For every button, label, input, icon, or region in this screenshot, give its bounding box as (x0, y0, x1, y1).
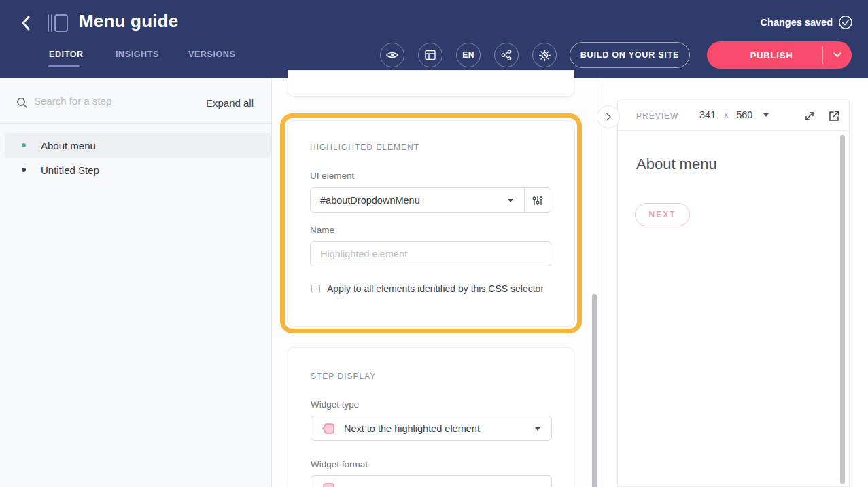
changes-saved-status: Changes saved (761, 17, 833, 28)
step-label: Untitled Step (41, 164, 99, 176)
preview-step-title: About menu (636, 156, 717, 173)
step-item-about-menu[interactable]: About menu (5, 133, 271, 158)
ui-element-label: UI element (310, 170, 354, 181)
preview-panel: PREVIEW 341 x 560 (617, 101, 850, 487)
back-button[interactable] (16, 13, 35, 33)
expand-all-link[interactable]: Expand all (206, 97, 254, 109)
preview-eye-button[interactable] (380, 43, 404, 67)
step-search-row: Expand all (0, 78, 271, 124)
step-display-card: STEP DISPLAY Widget type Next to the hig… (288, 347, 574, 487)
highlighted-element-selection-outline: HIGHLIGHTED ELEMENT UI element #aboutDro… (280, 113, 582, 333)
publish-label: PUBLISH (707, 50, 822, 60)
chevron-down-icon (535, 427, 540, 431)
language-button[interactable]: EN (456, 43, 481, 67)
saved-check-icon (838, 15, 853, 30)
flow-logo-icon (48, 12, 75, 35)
section-title: HIGHLIGHTED ELEMENT (310, 143, 419, 152)
tab-insights[interactable]: INSIGHTS (116, 50, 159, 59)
viewport-size-dropdown[interactable]: 341 x 560 (699, 109, 769, 120)
search-icon (16, 97, 28, 109)
viewport-height: 560 (736, 109, 752, 120)
apply-all-checkbox-label: Apply to all elements identified by this… (327, 283, 544, 294)
element-selector-settings-button[interactable] (524, 188, 551, 212)
publish-button[interactable]: PUBLISH (707, 41, 852, 69)
name-label: Name (310, 225, 334, 235)
widget-format-select[interactable] (311, 476, 551, 487)
editor-scrollbar-thumb[interactable] (592, 294, 597, 487)
viewport-width: 341 (699, 109, 716, 120)
previous-settings-card-partial (288, 70, 574, 97)
preview-scrollbar-thumb[interactable] (840, 135, 845, 484)
chevron-down-icon (508, 199, 513, 202)
active-tab-underline (48, 65, 80, 67)
expand-preview-button[interactable] (803, 109, 816, 123)
chevron-down-icon (763, 113, 769, 117)
page-title: Menu guide (79, 11, 178, 32)
share-button[interactable] (494, 43, 519, 67)
layout-button[interactable] (418, 43, 442, 67)
element-name-input[interactable] (310, 241, 551, 266)
tab-versions[interactable]: VERSIONS (188, 50, 235, 59)
chevron-right-icon (606, 113, 612, 121)
section-title: STEP DISPLAY (311, 372, 376, 381)
external-link-icon (827, 109, 841, 123)
dimension-separator: x (724, 110, 728, 120)
top-bar: Menu guide EDITOR INSIGHTS VERSIONS EN (0, 0, 868, 78)
preview-title: PREVIEW (636, 111, 678, 121)
ui-element-select[interactable]: #aboutDropdownMenu (311, 188, 524, 212)
widget-format-label: Widget format (311, 459, 368, 469)
preview-next-button[interactable]: NEXT (635, 203, 690, 226)
tab-editor[interactable]: EDITOR (49, 50, 84, 59)
widget-format-icon (321, 482, 335, 487)
build-on-your-site-button[interactable]: BUILD ON YOUR SITE (570, 42, 690, 68)
ui-element-value: #aboutDropdownMenu (320, 195, 420, 206)
widget-type-select[interactable]: Next to the highlighted element (311, 416, 551, 440)
preview-header: PREVIEW 341 x 560 (618, 101, 849, 131)
collapse-preview-button[interactable] (597, 105, 620, 128)
language-label: EN (462, 50, 474, 60)
open-in-new-window-button[interactable] (827, 109, 841, 123)
widget-type-label: Widget type (311, 399, 359, 410)
step-label: About menu (41, 140, 96, 151)
chevron-down-icon (833, 52, 841, 58)
highlighted-element-card: HIGHLIGHTED ELEMENT UI element #aboutDro… (287, 120, 575, 327)
apply-all-checkbox[interactable] (311, 285, 320, 293)
step-item-untitled-step[interactable]: Untitled Step (5, 158, 271, 182)
steps-sidebar: Expand all About menu Untitled Step (0, 78, 272, 487)
resize-arrows-icon (803, 109, 816, 123)
editor-panel: HIGHLIGHTED ELEMENT UI element #aboutDro… (273, 78, 600, 487)
tooltip-bubble-icon (321, 422, 335, 435)
sliders-icon (532, 195, 543, 206)
step-search-input[interactable] (34, 90, 190, 111)
publish-dropdown-toggle[interactable] (823, 52, 852, 58)
settings-gear-button[interactable] (532, 43, 557, 67)
step-bullet-icon (22, 168, 26, 172)
step-bullet-icon (22, 143, 26, 147)
widget-type-value: Next to the highlighted element (344, 423, 480, 434)
